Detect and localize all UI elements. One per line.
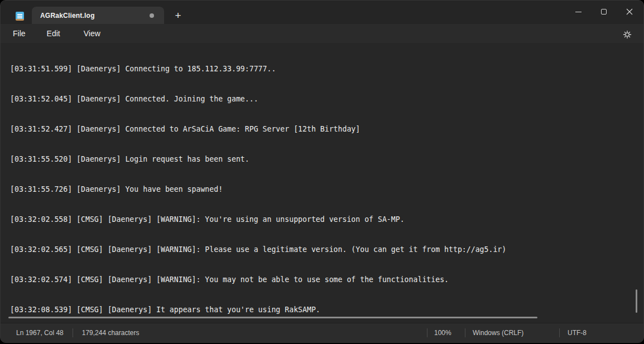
close-icon [626, 8, 633, 15]
minimize-button[interactable] [565, 1, 591, 23]
log-line: [03:32:08.539] [CMSG] [Daenerys] It appe… [10, 305, 643, 315]
log-line: [03:32:02.558] [CMSG] [Daenerys] [WARNIN… [10, 215, 643, 225]
character-count: 179,244 characters [73, 323, 140, 342]
log-line: [03:31:52.045] [Daenerys] Connected. Joi… [10, 94, 643, 104]
tab-agrakclient-log[interactable]: AGRakClient.log [32, 7, 164, 24]
notepad-icon [16, 11, 24, 21]
new-tab-button[interactable]: + [170, 8, 186, 23]
log-line: [03:32:02.574] [CMSG] [Daenerys] [WARNIN… [10, 275, 643, 285]
log-line: [03:31:52.427] [Daenerys] Connected to A… [10, 124, 643, 134]
log-line: [03:31:51.599] [Daenerys] Connecting to … [10, 64, 643, 74]
log-line: [03:31:55.520] [Daenerys] Login request … [10, 154, 643, 164]
line-endings[interactable]: Windows (CRLF) [465, 323, 559, 342]
cursor-position: Ln 1967, Col 48 [1, 323, 73, 342]
log-line: [03:32:02.565] [CMSG] [Daenerys] [WARNIN… [10, 245, 643, 255]
menu-file[interactable]: File [7, 27, 31, 40]
titlebar[interactable]: AGRakClient.log + [1, 1, 643, 24]
encoding[interactable]: UTF-8 [560, 323, 643, 342]
menu-edit[interactable]: Edit [41, 27, 66, 40]
settings-button[interactable] [621, 28, 633, 41]
menu-view[interactable]: View [78, 27, 106, 40]
log-line: [03:31:55.726] [Daenerys] You have been … [10, 185, 643, 195]
notepad-window: AGRakClient.log + File Edit View [0, 0, 644, 343]
unsaved-dot-icon[interactable] [150, 13, 154, 18]
maximize-button[interactable] [591, 1, 617, 23]
minimize-icon [575, 12, 581, 12]
zoom-level[interactable]: 100% [427, 323, 465, 342]
editor-text-area[interactable]: [03:31:51.599] [Daenerys] Connecting to … [1, 43, 643, 321]
horizontal-scrollbar-thumb[interactable] [8, 317, 537, 318]
plus-icon: + [175, 9, 181, 22]
statusbar: Ln 1967, Col 48 179,244 characters 100% … [1, 323, 643, 342]
close-button[interactable] [617, 1, 642, 23]
maximize-icon [601, 9, 607, 14]
gear-icon [622, 30, 632, 40]
menubar: File Edit View [1, 24, 643, 43]
tab-title: AGRakClient.log [32, 12, 95, 20]
vertical-scrollbar-thumb[interactable] [636, 289, 637, 313]
